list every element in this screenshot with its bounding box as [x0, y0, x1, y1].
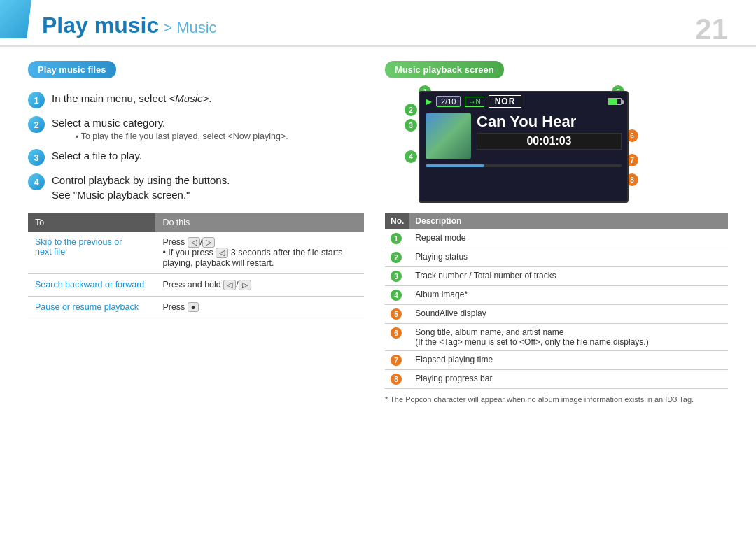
desc-text: Playing status: [410, 248, 728, 267]
desc-text: Playing progress bar: [410, 370, 728, 389]
right-column: Music playback screen 1 2 3 4 5 6 7 8: [385, 61, 728, 513]
desc-table-row: 6Song title, album name, and artist name…: [385, 324, 728, 351]
action-search: Search backward or forward: [28, 274, 155, 297]
desc-table-row: 8Playing progress bar: [385, 370, 728, 389]
desc-no: 6: [385, 324, 410, 351]
song-title: Can You Hear: [477, 113, 622, 130]
table-row: Pause or resume playback Press ●: [28, 297, 364, 318]
progress-fill: [426, 164, 484, 167]
mode-icon: →N: [465, 97, 484, 107]
key-fwd: ▷: [239, 280, 251, 290]
desc-table-row: 4Album image*: [385, 286, 728, 305]
player-top-bar: ▶ 2/10 →N NOR: [420, 92, 627, 111]
desc-text: Repeat mode: [410, 229, 728, 248]
track-count: 2/10: [436, 96, 461, 107]
key-pause: ●: [188, 302, 200, 312]
step-2-number: 2: [28, 116, 45, 133]
page-number: 21: [695, 13, 728, 46]
key-next: ▷: [202, 237, 215, 248]
table-row: Search backward or forward Press and hol…: [28, 274, 364, 297]
desc-col-no: No.: [385, 213, 410, 229]
action-skip: Skip to the previous ornext file: [28, 232, 155, 274]
search-link-text: Search backward or forward: [35, 280, 144, 290]
callout-4: 4: [405, 150, 417, 163]
key-prev: ◁: [188, 237, 200, 248]
do-pause: Press ●: [155, 297, 364, 318]
player-screen: ▶ 2/10 →N NOR Can You Hear 00:01:03: [419, 91, 629, 203]
desc-no: 1: [385, 229, 410, 248]
desc-no: 4: [385, 286, 410, 305]
desc-text: Album image*: [410, 286, 728, 305]
left-column: Play music files 1 In the main menu, sel…: [28, 61, 364, 513]
skip-note: If you press ◁ 3 seconds after the file …: [162, 248, 342, 268]
step-4-text: Control playback by using the buttons.: [52, 173, 230, 187]
progress-bar: [426, 164, 622, 167]
header-title-sub: > Music: [163, 19, 216, 37]
action-table: To Do this Skip to the previous ornext f…: [28, 213, 364, 318]
do-search: Press and hold ◁/▷: [155, 274, 364, 297]
repeat-text: NOR: [489, 95, 522, 108]
step-4: 4 Control playback by using the buttons.…: [28, 173, 364, 202]
do-skip: Press ◁/▷ If you press ◁ 3 seconds after…: [155, 232, 364, 274]
play-music-files-badge: Play music files: [28, 61, 116, 78]
desc-no: 2: [385, 248, 410, 267]
battery-fill: [608, 99, 617, 104]
step-4-sub: See "Music playback screen.": [52, 187, 230, 202]
player-container: 1 2 3 4 5 6 7 8 ▶ 2/10 →N: [385, 91, 651, 203]
step-1-text: In the main menu, select <Music>.: [52, 91, 211, 106]
action-pause: Pause or resume playback: [28, 297, 155, 318]
page-header: Play music > Music 21: [0, 0, 756, 47]
progress-bar-wrapper: [420, 162, 627, 170]
key-prev-2: ◁: [216, 248, 228, 258]
desc-table-row: 1Repeat mode: [385, 229, 728, 248]
step-4-number: 4: [28, 173, 45, 190]
play-status-icon: ▶: [426, 97, 432, 106]
table-col-do: Do this: [155, 213, 364, 232]
step-2: 2 Select a music category. To play the f…: [28, 115, 364, 141]
player-info: Can You Hear 00:01:03: [477, 113, 622, 150]
step-2-text: Select a music category.: [52, 115, 288, 130]
callout-3: 3: [405, 119, 417, 132]
desc-no: 8: [385, 370, 410, 389]
desc-table-row: 3Track number / Total number of tracks: [385, 267, 728, 286]
step-3-text: Select a file to play.: [52, 148, 142, 163]
player-main-area: Can You Hear 00:01:03: [420, 111, 627, 162]
pause-link-text: Pause or resume playback: [35, 302, 139, 312]
header-title-main: Play music: [42, 13, 159, 38]
desc-text: Song title, album name, and artist name …: [410, 324, 728, 351]
footnote: * The Popcon character will appear when …: [385, 395, 728, 405]
desc-text: Track number / Total number of tracks: [410, 267, 728, 286]
step-1: 1 In the main menu, select <Music>.: [28, 91, 364, 108]
key-bwd: ◁: [223, 280, 236, 290]
step-1-number: 1: [28, 92, 45, 108]
skip-link-text: Skip to the previous ornext file: [35, 237, 122, 257]
step-3-number: 3: [28, 149, 45, 166]
step-2-sub: To play the file you last played, select…: [76, 132, 288, 141]
desc-no: 5: [385, 305, 410, 324]
battery-icon: [608, 98, 622, 105]
desc-text: SoundAlive display: [410, 305, 728, 324]
main-content: Play music files 1 In the main menu, sel…: [0, 47, 756, 527]
desc-no: 3: [385, 267, 410, 286]
description-table: No. Description 1Repeat mode2Playing sta…: [385, 213, 728, 389]
table-col-to: To: [28, 213, 155, 232]
album-art: [426, 113, 471, 159]
table-row: Skip to the previous ornext file Press ◁…: [28, 232, 364, 274]
time-display: 00:01:03: [477, 133, 622, 150]
desc-table-row: 7Elapsed playing time: [385, 351, 728, 370]
music-playback-screen-badge: Music playback screen: [385, 61, 504, 78]
callout-2: 2: [405, 104, 417, 116]
desc-table-row: 5SoundAlive display: [385, 305, 728, 324]
step-3: 3 Select a file to play.: [28, 148, 364, 166]
desc-col-desc: Description: [410, 213, 728, 229]
desc-table-row: 2Playing status: [385, 248, 728, 267]
steps-list: 1 In the main menu, select <Music>. 2 Se…: [28, 91, 364, 202]
desc-text: Elapsed playing time: [410, 351, 728, 370]
desc-no: 7: [385, 351, 410, 370]
